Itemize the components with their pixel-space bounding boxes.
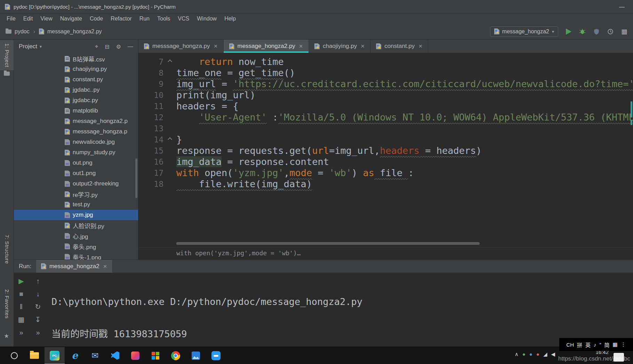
code-editor[interactable]: 7 return now_time8time_one = get_time()9… (138, 53, 633, 259)
ime-item[interactable]: ” (600, 342, 601, 348)
rerun-failed-button[interactable]: ↻ (35, 303, 41, 310)
tree-item[interactable]: re学习.py (14, 189, 138, 199)
jetbrains-toolbox-button[interactable] (125, 347, 145, 364)
ime-item[interactable]: CH (566, 342, 574, 348)
run-console[interactable]: D:\python\python.exe D:/python/pydoc/mes… (51, 275, 633, 347)
fold-marker[interactable] (163, 56, 176, 67)
chrome-button[interactable] (166, 347, 186, 364)
run-config-selector[interactable]: message_hongza2 ▾ (490, 26, 558, 37)
tree-item[interactable]: message_hongza2.p (14, 116, 138, 126)
tab-close-icon[interactable]: × (299, 42, 303, 50)
ime-item[interactable]: ⋮ (621, 341, 626, 348)
menu-item-view[interactable]: View (37, 15, 56, 23)
tree-scrollbar[interactable] (135, 158, 137, 198)
run-tab[interactable]: message_hongza2 × (36, 260, 112, 273)
editor-tab[interactable]: message_hongza2.py× (224, 40, 309, 53)
close-icon[interactable]: × (103, 263, 107, 270)
tree-item[interactable]: newvalicode.jpg (14, 137, 138, 147)
tree-item[interactable]: out.png (14, 158, 138, 168)
tree-item[interactable]: 拳头.png (14, 241, 138, 251)
tree-item[interactable]: matplotlib (14, 106, 138, 116)
layout-button[interactable]: ▦ (18, 316, 25, 323)
tree-item[interactable]: test.py (14, 199, 138, 210)
locate-file-icon[interactable]: ⌖ (95, 43, 98, 50)
breadcrumb-file[interactable]: message_hongza2.py (47, 28, 102, 35)
update-icon[interactable]: ● (536, 351, 539, 357)
tree-item[interactable]: 人脸识别.py (14, 220, 138, 231)
mail-button[interactable] (85, 347, 105, 364)
stop-button[interactable]: ■ (19, 290, 23, 297)
tab-close-icon[interactable]: × (361, 42, 364, 50)
tree-item[interactable]: jgdabc.py (14, 95, 138, 106)
start-button[interactable] (4, 347, 24, 364)
vscode-button[interactable] (105, 347, 125, 364)
tree-item[interactable]: constant.py (14, 74, 138, 85)
menu-item-tools[interactable]: Tools (153, 15, 174, 23)
favorites-star-icon[interactable]: ★ (4, 332, 9, 340)
antivirus-icon[interactable]: ● (522, 351, 526, 357)
stripe-button-structure[interactable]: 7: Structure (0, 232, 14, 267)
ime-item[interactable]: 英 (585, 341, 591, 348)
ime-item[interactable]: 简 (604, 341, 610, 348)
tree-item[interactable]: output2-threeking (14, 179, 138, 189)
scroll-to-end-button[interactable]: ↧ (35, 316, 41, 323)
tree-item[interactable]: chaojiying.py (14, 64, 138, 74)
tree-item[interactable]: jgdabc..py (14, 85, 138, 95)
stripe-button-project[interactable]: 1: Project (0, 40, 14, 70)
quick-access-icon[interactable] (621, 27, 627, 35)
settings-gear-icon[interactable]: ⚙ (116, 43, 121, 50)
run-button[interactable] (566, 28, 571, 35)
tree-item[interactable]: B站弹幕.csv (14, 53, 138, 64)
editor-tab[interactable]: messsage_hongza.py× (138, 40, 224, 53)
hidden-icons-chevron[interactable]: ∧ (515, 351, 519, 357)
tree-item[interactable]: messsage_hongza.p (14, 126, 138, 137)
project-panel-title[interactable]: Project (19, 43, 37, 50)
horizontal-scrollbar[interactable] (176, 242, 480, 245)
tree-item[interactable]: yzm.jpg (14, 210, 138, 220)
minimize-button[interactable]: — (616, 4, 628, 10)
pycharm-button[interactable] (45, 347, 65, 364)
tree-item[interactable]: 拳头-1.png (14, 251, 138, 259)
photos-button[interactable] (186, 347, 206, 364)
collapse-all-icon[interactable]: ⊟ (105, 43, 109, 50)
coverage-button[interactable] (593, 28, 600, 35)
menu-item-window[interactable]: Window (193, 15, 221, 23)
menu-item-edit[interactable]: Edit (19, 15, 37, 23)
editor-tab[interactable]: constant.py× (370, 40, 428, 53)
menu-item-run[interactable]: Run (136, 15, 153, 23)
editor-tab[interactable]: chaojiying.py× (309, 40, 370, 53)
volume-icon[interactable]: ◀ (551, 351, 555, 357)
hide-chevron[interactable]: » (36, 329, 40, 336)
ime-item[interactable]: ▦ (613, 341, 618, 348)
menu-item-code[interactable]: Code (86, 15, 107, 23)
menu-item-help[interactable]: Help (221, 15, 240, 23)
menu-item-file[interactable]: File (3, 15, 19, 23)
tab-close-icon[interactable]: × (418, 42, 422, 50)
menu-item-navigate[interactable]: Navigate (56, 15, 86, 23)
tree-item[interactable]: numpy_study.py (14, 147, 138, 158)
store-button[interactable] (145, 347, 166, 364)
hide-panel-icon[interactable]: — (128, 43, 133, 50)
tree-item[interactable]: out1.png (14, 168, 138, 179)
ime-item[interactable]: ♪ (594, 342, 596, 348)
profiler-button[interactable] (607, 28, 614, 35)
breadcrumb-project[interactable]: pydoc (15, 28, 30, 35)
tree-item[interactable]: 心.jpg (14, 231, 138, 241)
edge-button[interactable] (65, 347, 85, 364)
rerun-button[interactable]: ▶ (18, 278, 24, 284)
tab-close-icon[interactable]: × (214, 42, 217, 50)
defender-icon[interactable]: ● (529, 351, 532, 357)
fold-marker[interactable] (163, 134, 176, 145)
debug-button[interactable] (579, 28, 586, 35)
up-stack-trace-button[interactable]: ↑ (36, 278, 40, 284)
pause-output-button[interactable]: ‖ (20, 303, 23, 310)
network-icon[interactable]: ◢ (543, 351, 547, 357)
file-explorer-button[interactable] (24, 347, 45, 364)
chevron-down-icon[interactable]: ▾ (40, 44, 42, 49)
menu-item-vcs[interactable]: VCS (174, 15, 193, 23)
messenger-button[interactable] (206, 347, 226, 364)
menu-item-refactor[interactable]: Refactor (107, 15, 135, 23)
down-stack-trace-button[interactable]: ↓ (36, 290, 40, 297)
stripe-button-favorites[interactable]: 2: Favorites (0, 286, 14, 322)
ime-item[interactable]: 拼 (577, 341, 582, 348)
